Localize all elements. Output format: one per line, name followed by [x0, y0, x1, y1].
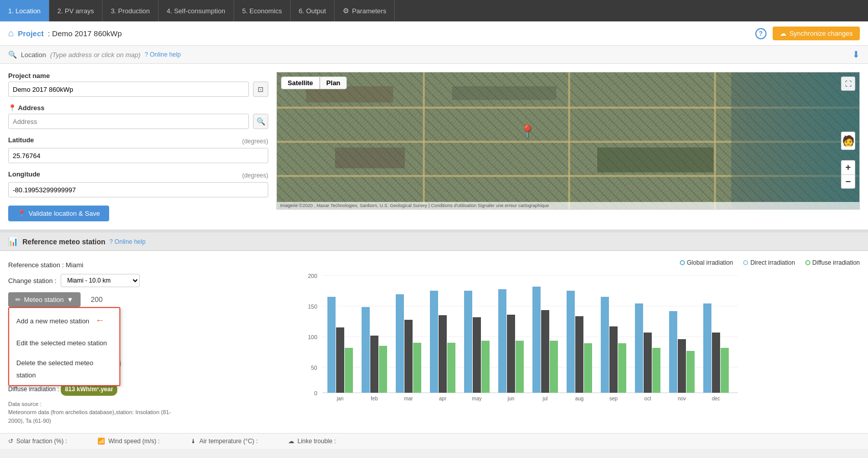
- latitude-unit: (degrees): [242, 138, 268, 145]
- project-label: Project: [18, 29, 44, 38]
- air-temperature-item: 🌡 Air temperature (°C) :: [190, 438, 258, 445]
- validate-location-button[interactable]: 📍 Validate location & Save: [8, 206, 109, 221]
- location-help-link[interactable]: ? Online help: [145, 51, 181, 58]
- bar-jan-global: [327, 297, 336, 393]
- legend-direct: Direct irradiation: [743, 259, 795, 266]
- chart-svg: 200 150 100 50 0 jan: [188, 270, 860, 403]
- meteo-help-link[interactable]: ? Online help: [110, 238, 146, 245]
- bar-may-diffuse: [481, 341, 490, 393]
- satellite-tab[interactable]: Satellite: [281, 77, 320, 89]
- sync-button[interactable]: ☁ Synchronize changes: [773, 27, 860, 40]
- y-label-50: 50: [311, 365, 317, 371]
- map-marker: 📍: [520, 124, 535, 139]
- zoom-controls: + −: [841, 160, 855, 189]
- chart-legend: Global irradiation Direct irradiation Di…: [188, 259, 860, 266]
- dropdown-delete[interactable]: Delete the selected meteo station: [9, 353, 119, 385]
- zoom-in-button[interactable]: +: [841, 160, 855, 174]
- air-temp-label: Air temperature (°C) :: [199, 438, 258, 445]
- longitude-label: Longitude: [8, 170, 40, 178]
- gear-icon: ⚙: [343, 7, 349, 15]
- diffuse-irradiation-label: Diffuse irradiation :: [8, 386, 61, 393]
- latitude-group: Latitude (degrees): [8, 136, 268, 163]
- bar-nov-diffuse: [686, 351, 695, 393]
- chart-area: Global irradiation Direct irradiation Di…: [180, 259, 860, 425]
- dropdown-add[interactable]: Add a new meteo station ←: [9, 308, 119, 333]
- bar-oct-direct: [644, 333, 652, 393]
- sync-label: Synchronize changes: [789, 30, 853, 37]
- bar-feb-global: [362, 307, 370, 393]
- dropdown-number: 200: [91, 293, 103, 306]
- download-icon[interactable]: ⬇: [852, 49, 860, 60]
- meteo-top-row: ✏ Meteo station ▼ Add a new meteo statio…: [8, 292, 171, 307]
- map-container[interactable]: 📍 Satellite Plan ⛶ 🧑 + − Google Im: [276, 72, 860, 210]
- data-source-label: Data source :: [8, 401, 41, 407]
- data-source-text: Meteonorm data (from archelios database)…: [8, 409, 171, 424]
- nav-item-production[interactable]: 3. Production: [103, 0, 159, 21]
- meteo-left-panel: Reference station : Miami Change station…: [8, 259, 171, 425]
- road-v2: [568, 72, 570, 209]
- legend-dot-global: [680, 260, 685, 265]
- bar-jun-direct: [507, 315, 515, 393]
- y-label-0: 0: [314, 390, 317, 396]
- home-icon: ⌂: [8, 28, 14, 39]
- location-form: Project name ⊡ 📍 Address 🔍 La: [8, 72, 268, 221]
- address-search-button[interactable]: 🔍: [253, 114, 268, 129]
- nav-item-output[interactable]: 6. Output: [291, 0, 335, 21]
- edit-icon: ✏: [15, 296, 21, 303]
- bar-aug-direct: [575, 316, 583, 393]
- project-name-label: Project name: [8, 72, 268, 80]
- nav-item-pv-arrays[interactable]: 2. PV arrays: [49, 0, 103, 21]
- wind-speed-label: Wind speed (m/s) :: [108, 438, 160, 445]
- bar-aug-diffuse: [584, 343, 592, 393]
- meteo-dropdown-menu: Add a new meteo station ← Edit the selec…: [8, 307, 120, 386]
- nav-label-output: 6. Output: [299, 7, 326, 15]
- bar-jan-diffuse: [345, 348, 353, 393]
- nav-item-location[interactable]: 1. Location: [0, 0, 49, 21]
- plan-tab[interactable]: Plan: [320, 77, 347, 89]
- legend-global: Global irradiation: [680, 259, 733, 266]
- dropdown-edit[interactable]: Edit the selected meteo station: [9, 333, 119, 353]
- y-label-200: 200: [308, 273, 317, 279]
- station-select[interactable]: Miami - 10.0 km Miami Beach - 5.0 km Hom…: [61, 274, 140, 287]
- nav-item-economics[interactable]: 5. Economics: [234, 0, 291, 21]
- nav-label-self-consumption: 4. Self-consumption: [167, 7, 225, 15]
- legend-global-label: Global irradiation: [687, 259, 733, 266]
- chart-svg-container: 200 150 100 50 0 jan: [188, 270, 860, 404]
- label-sep: sep: [609, 396, 618, 401]
- nav-item-parameters[interactable]: ⚙ Parameters: [335, 0, 395, 21]
- address-input[interactable]: [8, 114, 249, 129]
- copy-icon: ⊡: [258, 85, 264, 93]
- zoom-out-button[interactable]: −: [841, 174, 855, 189]
- linke-trouble-item: ☁ Linke trouble :: [288, 438, 336, 445]
- project-copy-button[interactable]: ⊡: [253, 82, 268, 97]
- data-source: Data source : Meteonorm data (from arche…: [8, 400, 171, 425]
- fullscreen-button[interactable]: ⛶: [841, 77, 855, 91]
- block3: [335, 147, 405, 168]
- add-meteo-label: Add a new meteo station: [16, 317, 89, 325]
- header-left: ⌂ Project : Demo 2017 860kWp: [8, 28, 122, 39]
- latitude-label: Latitude: [8, 136, 34, 144]
- meteo-station-button[interactable]: ✏ Meteo station ▼: [8, 292, 81, 307]
- bar-jul-direct: [541, 310, 549, 393]
- streetview-button[interactable]: 🧑: [841, 132, 855, 150]
- longitude-input[interactable]: [8, 182, 268, 197]
- dropdown-arrow-icon: ←: [95, 312, 105, 328]
- nav-label-economics: 5. Economics: [242, 7, 282, 15]
- project-name: : Demo 2017 860kWp: [48, 29, 122, 38]
- bar-nov-direct: [678, 339, 686, 393]
- bar-feb-diffuse: [379, 346, 387, 393]
- thermometer-icon: 🌡: [190, 438, 196, 445]
- search-icon: 🔍: [257, 117, 265, 125]
- sync-icon: ☁: [780, 30, 786, 37]
- project-name-input[interactable]: [8, 82, 249, 97]
- legend-direct-label: Direct irradiation: [750, 259, 795, 266]
- legend-diffuse-label: Diffuse irradiation: [812, 259, 860, 266]
- help-icon[interactable]: ?: [755, 28, 767, 39]
- latitude-input[interactable]: [8, 148, 268, 163]
- nav-item-self-consumption[interactable]: 4. Self-consumption: [159, 0, 234, 21]
- address-label: 📍 Address: [8, 104, 268, 112]
- cloud-icon: ☁: [288, 438, 294, 445]
- label-may: may: [472, 396, 482, 401]
- nav-label-pv-arrays: 2. PV arrays: [58, 7, 94, 15]
- road-v3: [714, 72, 716, 209]
